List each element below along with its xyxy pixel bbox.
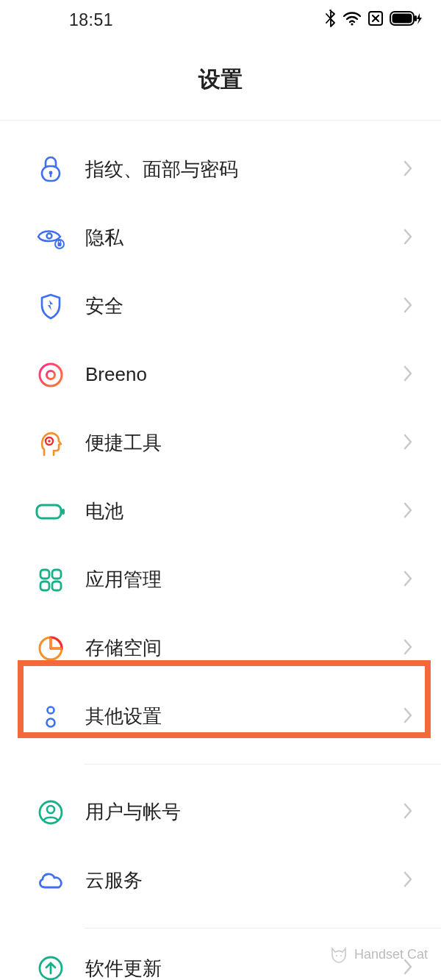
row-users-accounts[interactable]: 用户与帐号 [0,778,441,846]
row-security[interactable]: 安全 [0,272,441,340]
row-breeno[interactable]: Breeno [0,340,441,409]
chevron-right-icon [403,296,413,317]
svg-rect-17 [40,570,49,579]
row-fingerprint-face-password[interactable]: 指纹、面部与密码 [0,135,441,204]
row-label: Breeno [85,363,403,386]
chevron-right-icon [403,870,413,891]
battery-outline-icon [35,496,66,527]
section-divider [85,928,441,929]
chevron-right-icon [403,707,413,727]
row-label: 云服务 [85,868,403,893]
row-other-settings[interactable]: 其他设置 [0,682,441,751]
eye-lock-icon [35,223,66,254]
bluetooth-icon [325,10,337,30]
breeno-icon [35,360,66,390]
settings-list: 指纹、面部与密码 隐私 安全 Breeno [0,121,441,980]
user-circle-icon [35,797,66,828]
svg-rect-15 [37,505,61,518]
two-circles-icon [35,701,66,732]
cat-icon [329,945,348,964]
chevron-right-icon [403,638,413,659]
svg-rect-10 [58,243,62,246]
chevron-right-icon [403,501,413,522]
svg-point-27 [336,955,337,956]
row-label: 隐私 [85,225,403,251]
svg-point-25 [47,806,54,813]
row-label: 其他设置 [85,704,403,729]
row-label: 存储空间 [85,635,403,661]
svg-point-11 [40,364,62,386]
svg-point-12 [47,371,55,379]
chevron-right-icon [403,570,413,590]
svg-point-22 [48,707,54,713]
svg-rect-4 [415,15,417,21]
svg-rect-16 [62,509,65,515]
row-privacy[interactable]: 隐私 [0,204,441,272]
chevron-right-icon [403,802,413,823]
page-header: 设置 [0,40,441,121]
svg-rect-18 [52,570,61,579]
section-divider [85,764,441,765]
apps-grid-icon [35,565,66,595]
row-app-management[interactable]: 应用管理 [0,546,441,614]
row-convenience-tools[interactable]: 便捷工具 [0,409,441,477]
page-title: 设置 [198,65,243,95]
row-label: 用户与帐号 [85,799,403,825]
row-battery[interactable]: 电池 [0,477,441,546]
svg-rect-20 [52,582,61,590]
svg-point-8 [47,233,52,238]
chevron-right-icon [403,433,413,454]
chevron-right-icon [403,160,413,180]
close-box-icon [368,10,384,29]
head-gear-icon [35,428,66,459]
row-cloud-service[interactable]: 云服务 [0,846,441,915]
chevron-right-icon [403,228,413,248]
row-label: 电池 [85,498,403,524]
update-arrow-icon [35,953,66,980]
svg-point-28 [340,955,342,956]
svg-rect-3 [392,14,412,24]
shield-icon [35,291,66,322]
row-storage[interactable]: 存储空间 [0,614,441,682]
svg-point-23 [47,718,55,726]
status-icons [325,10,422,30]
row-label: 应用管理 [85,567,403,593]
watermark: Handset Cat [329,945,428,964]
svg-point-0 [351,23,353,25]
watermark-text: Handset Cat [354,947,428,962]
row-label: 便捷工具 [85,430,403,456]
row-label: 指纹、面部与密码 [85,157,403,182]
row-label: 安全 [85,293,403,319]
cloud-icon [35,865,66,896]
pie-chart-icon [35,633,66,664]
status-bar: 18:51 [0,0,441,40]
chevron-right-icon [403,365,413,385]
svg-point-14 [48,440,51,443]
battery-icon [390,10,422,29]
svg-rect-19 [40,582,49,590]
wifi-icon [343,10,362,29]
svg-rect-7 [50,174,51,177]
status-time: 18:51 [69,10,113,30]
lock-icon [35,154,66,185]
